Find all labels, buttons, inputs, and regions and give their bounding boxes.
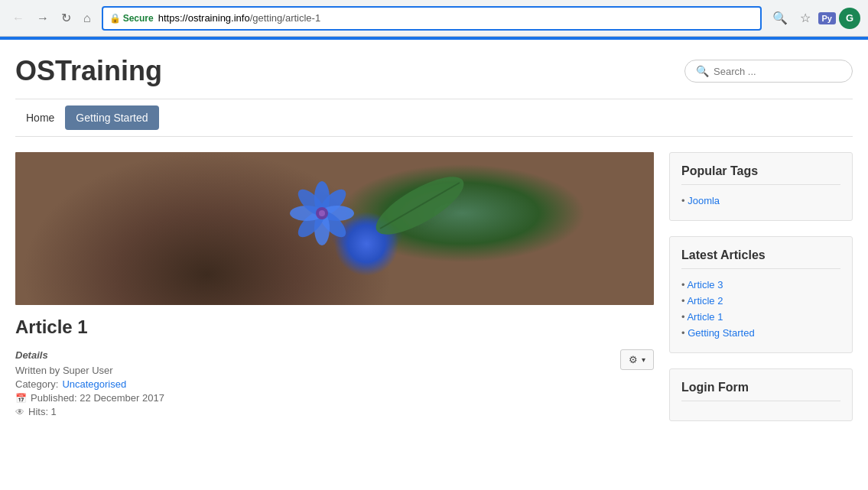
- nav-item-home[interactable]: Home: [15, 105, 65, 130]
- hits-text: Hits: 1: [28, 406, 57, 417]
- secure-label: Secure: [123, 13, 154, 24]
- tag-joomla-link[interactable]: Joomla: [688, 195, 720, 206]
- search-icon: 🔍: [696, 65, 709, 77]
- forward-button[interactable]: →: [32, 9, 54, 28]
- category-row: Category: Uncategorised: [15, 378, 164, 390]
- site-title: OSTraining: [15, 55, 162, 87]
- action-button-wrap: ⚙ ▾: [620, 349, 654, 370]
- lock-icon: 🔒: [109, 13, 121, 24]
- site-nav: Home Getting Started: [15, 99, 853, 137]
- svg-point-9: [319, 210, 325, 216]
- login-form-title: Login Form: [681, 381, 840, 401]
- list-item: Getting Started: [681, 325, 840, 341]
- details-heading: Details: [15, 349, 164, 361]
- hits-row: 👁 Hits: 1: [15, 406, 164, 417]
- search-input[interactable]: [714, 66, 842, 77]
- sidebar: Popular Tags Joomla Latest Articles Arti…: [669, 152, 853, 436]
- dropdown-arrow-icon: ▾: [642, 355, 645, 364]
- getting-started-link[interactable]: Getting Started: [688, 327, 754, 339]
- login-form-module: Login Form: [669, 368, 853, 421]
- nav-item-getting-started[interactable]: Getting Started: [65, 105, 158, 130]
- action-button[interactable]: ⚙ ▾: [620, 349, 654, 370]
- category-label: Category:: [15, 378, 58, 390]
- gear-icon: ⚙: [629, 354, 638, 365]
- list-item: Article 2: [681, 293, 840, 309]
- profile-button[interactable]: G: [839, 8, 860, 29]
- home-button[interactable]: ⌂: [79, 9, 96, 28]
- list-item: Article 3: [681, 277, 840, 293]
- secure-badge: 🔒 Secure: [109, 13, 154, 24]
- browser-search-button[interactable]: 🔍: [768, 8, 792, 28]
- article3-link[interactable]: Article 3: [687, 279, 723, 290]
- article1-link[interactable]: Article 1: [687, 311, 723, 323]
- latest-articles-title: Latest Articles: [681, 248, 840, 269]
- reload-button[interactable]: ↻: [57, 9, 76, 28]
- published-text: Published: 22 December 2017: [31, 392, 164, 404]
- latest-articles-module: Latest Articles Article 3 Article 2 Arti…: [669, 236, 853, 353]
- toolbar-icons: 🔍 ☆ Py G: [768, 8, 860, 29]
- calendar-icon: 📅: [15, 393, 27, 404]
- search-box: 🔍: [684, 60, 853, 83]
- details-left: Details Written by Super User Category: …: [15, 349, 164, 420]
- eye-icon: 👁: [15, 407, 24, 417]
- extension-py-button[interactable]: Py: [818, 12, 836, 24]
- url-text: https://ostraining.info/getting/article-…: [158, 12, 754, 24]
- popular-tags-title: Popular Tags: [681, 164, 840, 185]
- latest-articles-list: Article 3 Article 2 Article 1 Getting St…: [681, 277, 840, 341]
- page-wrapper: OSTraining 🔍 Home Getting Started: [0, 40, 868, 452]
- article-image: [15, 152, 654, 305]
- browser-chrome: ← → ↻ ⌂ 🔒 Secure https://ostraining.info…: [0, 0, 868, 37]
- back-button[interactable]: ←: [8, 9, 29, 28]
- list-item: Article 1: [681, 309, 840, 325]
- nav-buttons: ← → ↻ ⌂: [8, 9, 96, 28]
- url-path: /getting/article-1: [250, 12, 321, 24]
- popular-tags-list: Joomla: [681, 193, 840, 209]
- article2-link[interactable]: Article 2: [687, 295, 723, 307]
- main-layout: Article 1 Details Written by Super User …: [15, 137, 853, 452]
- article-title: Article 1: [15, 316, 654, 338]
- flower-svg: [288, 179, 356, 248]
- address-bar[interactable]: 🔒 Secure https://ostraining.info/getting…: [102, 6, 762, 31]
- url-host: https://ostraining.info: [158, 12, 250, 24]
- published-row: 📅 Published: 22 December 2017: [15, 392, 164, 404]
- list-item: Joomla: [681, 193, 840, 209]
- written-by-text: Written by Super User: [15, 365, 113, 376]
- site-header: OSTraining 🔍: [15, 40, 853, 99]
- content-area: Article 1 Details Written by Super User …: [15, 152, 654, 436]
- bookmark-button[interactable]: ☆: [795, 8, 815, 28]
- category-link[interactable]: Uncategorised: [62, 378, 126, 390]
- popular-tags-module: Popular Tags Joomla: [669, 152, 853, 221]
- article-details: Details Written by Super User Category: …: [15, 349, 654, 420]
- written-by-row: Written by Super User: [15, 365, 164, 376]
